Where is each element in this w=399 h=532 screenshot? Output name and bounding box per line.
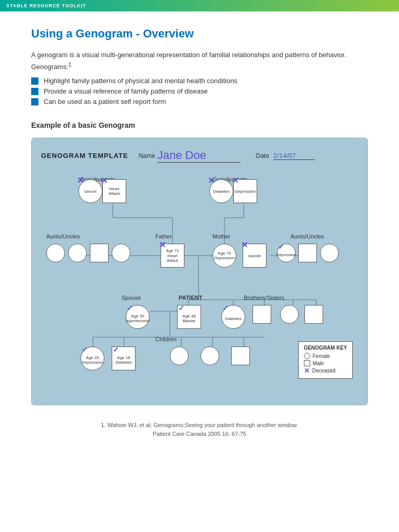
aunt-uncle-left-1 (46, 244, 65, 262)
genogram-header: GENOGRAM TEMPLATE Name Jane Doe Date 2/1… (41, 149, 358, 163)
aunts-left-label: Aunts/Uncles (46, 233, 80, 240)
key-deceased-icon: ✕ (304, 367, 310, 374)
key-male-icon (304, 360, 310, 366)
siblings-label: Brothers/Sisters (244, 295, 284, 301)
father-node: ✕ Age 71 Heart Attack (161, 244, 184, 268)
gp-left-female: ✕ cancer (78, 179, 102, 203)
sibling-1: ✓ Diabetes (221, 305, 245, 329)
child-4 (201, 347, 219, 365)
key-female-icon (304, 353, 310, 359)
bullet-item-3: Can be used as a patient self report for… (31, 98, 368, 105)
children-label: Children (155, 336, 177, 342)
aunt-uncle-left-3 (90, 244, 109, 262)
bullet-icon-2 (31, 88, 38, 95)
deceased-mark: ✕ (232, 177, 238, 185)
genogram-container: GENOGRAM TEMPLATE Name Jane Doe Date 2/1… (31, 138, 368, 405)
page-title: Using a Genogram - Overview (31, 27, 368, 41)
deceased-mark: ✕ (208, 177, 215, 185)
genogram-title: GENOGRAM TEMPLATE (41, 152, 128, 159)
sibling-3 (280, 305, 299, 324)
mother-sibling: ✕ suicide (243, 244, 267, 268)
bullet-list: Highlight family patterns of physical an… (31, 77, 368, 105)
father-label: Father (155, 233, 172, 240)
child-2: ✓ Age 18 Diabetes (112, 347, 136, 370)
genogram-key: GENOGRAM KEY Female Male ✕ Deceased (298, 341, 353, 379)
gp-right-female: ✕ Diabetes (209, 179, 233, 203)
intro-paragraph: A genogram is a visual multi-generationa… (31, 50, 368, 72)
aunt-uncle-left-2 (68, 244, 87, 262)
aunt-uncle-left-4 (112, 244, 130, 262)
patient-name: Jane Doe (157, 149, 241, 163)
aunt-uncle-right-3 (320, 244, 339, 262)
footnote: 1. Watson WJ, et al; Genograms:Seeing yo… (31, 421, 368, 438)
bullet-item-2: Provide a visual reference of family pat… (31, 87, 368, 95)
deceased-mark: ✕ (241, 241, 248, 249)
child-5 (231, 347, 250, 365)
key-deceased: ✕ Deceased (304, 367, 347, 374)
child-1: ✓ Age 20 Depression (81, 347, 104, 370)
top-bar: STABLE RESOURCE TOOLKIT (0, 0, 399, 11)
patient-node: ✓ Age 48 Bipolar (177, 305, 201, 329)
name-label: Name (139, 152, 155, 159)
bullet-icon-3 (31, 98, 38, 105)
patient-date: 2/14/07 (273, 152, 315, 160)
aunt-uncle-right-2 (298, 244, 317, 262)
gp-left-male-shape: ✕ Heart Attack (102, 179, 126, 203)
aunt-uncle-right-1: ✓ Depression (277, 244, 296, 262)
sibling-4 (304, 305, 323, 324)
bullet-item-1: Highlight family patterns of physical an… (31, 77, 368, 85)
child-3 (170, 347, 189, 365)
main-content: Using a Genogram - Overview A genogram i… (0, 11, 399, 459)
genogram-diagram: Grandparents ✕ cancer ✕ Heart Attack (41, 171, 358, 394)
gp-left-female-shape: ✕ cancer (78, 179, 102, 203)
example-heading: Example of a basic Genogram (31, 121, 368, 129)
key-female: Female (304, 353, 347, 359)
deceased-mark: ✕ (101, 177, 108, 185)
deceased-mark: ✕ (77, 177, 84, 185)
spouse-node: ✓ Age 50 hypertension (126, 305, 150, 329)
date-label: Date (256, 152, 269, 159)
spouse-label: Spouse (122, 295, 141, 301)
mother-node: Age 70 Depression (212, 244, 236, 268)
sibling-2 (252, 305, 271, 324)
aunts-right-label: Aunts/Uncles (290, 233, 324, 240)
gp-right-female-shape: ✕ Diabetes (209, 179, 233, 203)
deceased-mark: ✕ (159, 241, 166, 249)
bullet-icon-1 (31, 77, 38, 85)
patient-label: PATIENT (179, 295, 202, 301)
mother-label: Mother (212, 233, 230, 240)
key-male: Male (304, 360, 347, 366)
gp-right-male-shape: ✕ Depression (233, 179, 257, 203)
gp-right-male: ✕ Depression (233, 179, 257, 203)
gp-left-male: ✕ Heart Attack (102, 179, 126, 203)
top-bar-label: STABLE RESOURCE TOOLKIT (6, 3, 86, 8)
